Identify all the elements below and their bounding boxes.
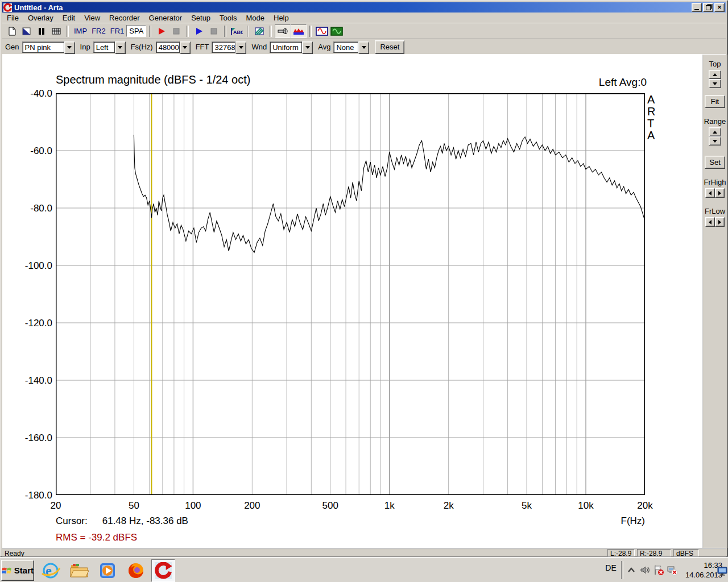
firefox-icon[interactable] xyxy=(126,561,146,580)
fs-select[interactable]: 48000 xyxy=(156,41,191,53)
wnd-select[interactable]: Uniform xyxy=(270,41,313,53)
gen-select[interactable]: PN pink xyxy=(22,41,75,53)
menu-help[interactable]: Help xyxy=(269,13,293,23)
reset-button[interactable]: Reset xyxy=(375,40,404,54)
cursor-readout: Cursor:61.48 Hz, -83.36 dB xyxy=(56,516,188,527)
menu-setup[interactable]: Setup xyxy=(187,13,215,23)
overlay-button[interactable] xyxy=(19,25,34,38)
level-meter-button[interactable] xyxy=(291,24,307,38)
y-axis-tick: -80.0 xyxy=(9,203,52,213)
arta-watermark: A R T A xyxy=(647,94,655,142)
gate-button[interactable] xyxy=(34,25,49,38)
new-file-button[interactable] xyxy=(5,25,19,38)
menu-mode[interactable]: Mode xyxy=(241,13,269,23)
abc-cursor-icon: ABC xyxy=(230,26,243,36)
gen-value: PN pink xyxy=(22,41,64,53)
main-toolbar: IMP FR2 FR1 SPA xyxy=(2,23,726,39)
generator-start-button[interactable] xyxy=(192,25,206,38)
inp-dropdown-icon[interactable] xyxy=(115,41,126,54)
frhigh-left-button[interactable] xyxy=(705,188,715,198)
table-button[interactable] xyxy=(49,25,64,38)
menu-overlay[interactable]: Overlay xyxy=(23,13,58,23)
clock[interactable]: 16:33 14.06.2013 xyxy=(676,560,722,580)
show-desktop-icon[interactable] xyxy=(717,566,728,577)
language-indicator[interactable]: DE xyxy=(603,563,619,572)
inp-label: Inp xyxy=(80,43,90,51)
signal-generator-button[interactable] xyxy=(329,25,344,38)
fs-label: Fs(Hz) xyxy=(131,43,153,51)
wnd-label: Wnd xyxy=(251,43,267,51)
fs-dropdown-icon[interactable] xyxy=(180,41,191,54)
minimize-button[interactable] xyxy=(692,3,702,12)
record-stop-button[interactable] xyxy=(169,25,184,38)
start-button-label: Start xyxy=(14,566,34,575)
clock-date: 14.06.2013 xyxy=(676,570,722,580)
generator-stop-button[interactable] xyxy=(206,25,221,38)
mode-spa-button[interactable]: SPA xyxy=(126,25,146,37)
menu-edit[interactable]: Edit xyxy=(58,13,80,23)
fft-value: 32768 xyxy=(212,41,235,53)
range-down-button[interactable] xyxy=(709,136,721,146)
arta-taskbar-button[interactable] xyxy=(151,559,175,582)
menu-recorder[interactable]: Recorder xyxy=(105,13,144,23)
sine-generator-button[interactable] xyxy=(315,25,329,38)
internet-explorer-icon[interactable]: e xyxy=(41,561,60,580)
fft-select[interactable]: 32768 xyxy=(212,41,246,53)
avg-label: Avg xyxy=(318,43,330,51)
tray-separator xyxy=(621,561,623,579)
top-spinner xyxy=(709,70,721,88)
file-explorer-icon[interactable] xyxy=(69,561,89,580)
volume-icon[interactable] xyxy=(639,564,651,576)
svg-text:ABC: ABC xyxy=(233,30,243,35)
menu-generator[interactable]: Generator xyxy=(144,13,187,23)
microphone-button[interactable] xyxy=(275,24,291,38)
avg-select[interactable]: None xyxy=(333,41,369,53)
media-player-icon[interactable] xyxy=(98,561,117,580)
cursor-readout-button[interactable]: ABC xyxy=(229,25,244,38)
fit-button[interactable]: Fit xyxy=(705,95,725,108)
gen-dropdown-icon[interactable] xyxy=(64,41,75,54)
frlow-left-button[interactable] xyxy=(705,217,715,227)
frlow-spinner xyxy=(705,217,725,227)
record-start-button[interactable] xyxy=(154,25,169,38)
top-up-button[interactable] xyxy=(709,70,721,79)
y-axis-tick: -180.0 xyxy=(9,490,52,500)
close-button[interactable]: ✕ xyxy=(714,3,725,12)
right-level-indicator: R:-28.9 xyxy=(637,549,671,556)
menu-tools[interactable]: Tools xyxy=(215,13,241,23)
stop-icon xyxy=(209,26,219,36)
y-axis-tick: -120.0 xyxy=(9,318,52,328)
avg-dropdown-icon[interactable] xyxy=(358,41,369,54)
spectrum-plot[interactable] xyxy=(56,93,645,495)
taskbar: Start e DE xyxy=(0,557,728,582)
tray-expand-icon[interactable] xyxy=(626,564,637,576)
spectrogram-button[interactable] xyxy=(252,25,267,38)
restore-button[interactable] xyxy=(703,3,713,12)
status-message: Ready xyxy=(5,550,24,558)
fs-value: 48000 xyxy=(156,41,180,53)
fft-dropdown-icon[interactable] xyxy=(235,41,246,54)
mode-fr2-button[interactable]: FR2 xyxy=(89,26,108,36)
set-button[interactable]: Set xyxy=(705,156,725,169)
wnd-dropdown-icon[interactable] xyxy=(302,41,313,54)
new-file-icon xyxy=(7,26,17,36)
frhigh-right-button[interactable] xyxy=(715,188,725,198)
menu-view[interactable]: View xyxy=(80,13,105,23)
range-spinner xyxy=(709,127,721,146)
x-axis-tick: 500 xyxy=(308,500,353,512)
start-button[interactable]: Start xyxy=(1,560,34,581)
y-axis-tick: -100.0 xyxy=(9,260,52,271)
mode-fr1-button[interactable]: FR1 xyxy=(108,26,127,36)
action-center-flag-icon[interactable] xyxy=(653,564,664,576)
range-up-button[interactable] xyxy=(709,127,721,136)
x-axis-tick: 20 xyxy=(33,500,78,512)
y-axis-tick: -140.0 xyxy=(9,375,52,385)
menu-file[interactable]: File xyxy=(2,13,23,23)
stop-icon xyxy=(171,26,181,36)
arta-app-icon xyxy=(3,3,12,12)
top-down-button[interactable] xyxy=(709,79,721,88)
inp-select[interactable]: Left xyxy=(93,41,126,53)
frlow-right-button[interactable] xyxy=(715,217,725,227)
diagonal-stripes-icon xyxy=(254,26,264,36)
mode-imp-button[interactable]: IMP xyxy=(72,26,89,36)
